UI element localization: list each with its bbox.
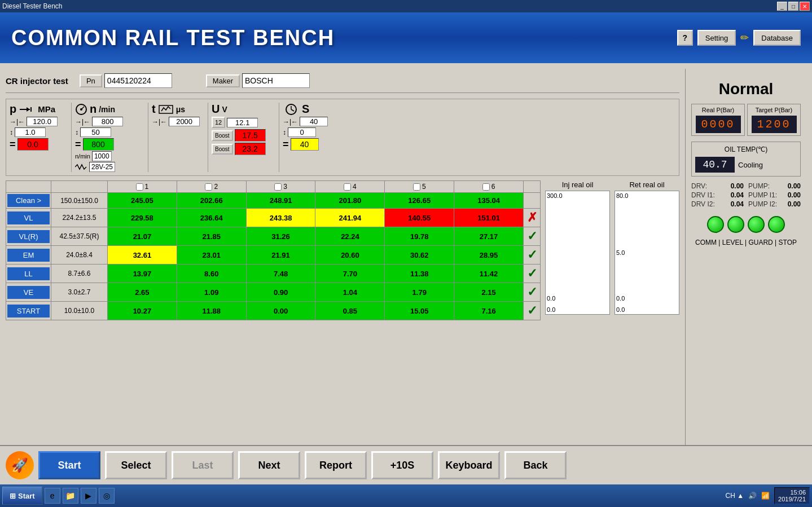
table-row: Clean >150.0±150.0245.05202.66248.91201.…	[6, 193, 541, 209]
pressure-displays: Real P(Bar) 0000 Target P(Bar) 1200	[691, 104, 801, 136]
rpm-nmin-label: n/min	[75, 153, 90, 160]
pressure-eq: =	[10, 139, 16, 151]
table-row: LL8.7±6.613.978.607.487.7011.3811.42✓	[6, 264, 541, 283]
row-label-btn[interactable]: EM	[7, 249, 50, 262]
data-cell: 245.05	[108, 193, 177, 209]
voltage-val1[interactable]	[227, 118, 258, 127]
maximize-btn[interactable]: □	[788, 2, 798, 11]
pump-value: 0.00	[788, 182, 801, 190]
row-range: 8.7±6.6	[51, 264, 108, 283]
pressure-arrow1: →|←	[10, 118, 25, 126]
checkbox-1[interactable]	[136, 183, 143, 191]
last-button[interactable]: Last	[172, 451, 234, 479]
col-header-2: 2	[177, 181, 246, 193]
time-symbol: t	[152, 103, 156, 116]
start-button[interactable]: Start	[38, 451, 100, 479]
data-cell: 151.01	[454, 209, 524, 227]
ie-icon[interactable]: e	[45, 488, 60, 504]
voltage-symbol: U	[212, 103, 220, 116]
rpm-symbol: n	[90, 103, 96, 116]
row-label-btn[interactable]: START	[7, 305, 50, 318]
info-bar: CR injector test Pn Maker	[6, 69, 679, 93]
status-cell	[524, 193, 541, 209]
data-cell: 21.07	[108, 227, 177, 246]
row-label-btn[interactable]: VE	[7, 286, 50, 299]
database-button[interactable]: Database	[753, 30, 801, 46]
data-cell: 32.61	[108, 246, 177, 264]
maker-button[interactable]: Maker	[206, 74, 240, 87]
pressure-symbol: p	[10, 103, 16, 116]
drv-value: 0.00	[731, 182, 744, 190]
next-button[interactable]: Next	[238, 451, 300, 479]
pressure-actual: 0.0	[17, 138, 49, 151]
status-cell: ✓	[524, 302, 541, 320]
app-icon[interactable]: ◎	[99, 488, 115, 504]
start-menu-button[interactable]: ⊞ Start	[2, 487, 42, 505]
rpm-val1[interactable]	[92, 117, 123, 126]
checkbox-2[interactable]	[205, 183, 212, 191]
time-val1[interactable]	[169, 117, 200, 126]
rpm-eq: =	[75, 139, 81, 151]
maker-input[interactable]	[242, 73, 310, 88]
taskbar: ⊞ Start e 📁 ▶ ◎ CH ▲ 🔊 📶 15:06 2019/7/21	[0, 484, 812, 507]
data-cell: 8.60	[177, 264, 246, 283]
setting-button[interactable]: Setting	[697, 30, 736, 46]
media-icon[interactable]: ▶	[81, 488, 96, 504]
pump-label: PUMP:	[748, 182, 770, 190]
folder-icon[interactable]: 📁	[63, 488, 78, 504]
pressure-block: p MPa →|← ↕ =	[10, 103, 72, 172]
status-cell: ✗	[524, 209, 541, 227]
s-val1[interactable]	[300, 117, 328, 126]
back-button[interactable]: Back	[504, 451, 567, 479]
status-cell: ✓	[524, 227, 541, 246]
guard-indicator	[748, 216, 765, 233]
help-button[interactable]: ?	[677, 30, 693, 46]
data-cell: 236.64	[177, 209, 246, 227]
checkbox-6[interactable]	[482, 183, 490, 191]
time-icon	[158, 103, 174, 116]
data-cell: 0.00	[246, 302, 315, 320]
close-btn[interactable]: ✕	[800, 2, 810, 11]
comm-indicator	[707, 216, 724, 233]
cooling-label: Cooling	[738, 161, 763, 169]
drv-i1-label: DRV I1:	[691, 191, 715, 199]
rpm-actual: 800	[83, 138, 114, 151]
pn-input[interactable]	[104, 73, 172, 88]
inj-chart-area: 300.0 0.0 0.0	[545, 191, 610, 315]
row-label-btn[interactable]: LL	[7, 267, 50, 280]
rpm-val2[interactable]	[80, 127, 111, 137]
row-range: 42.5±37.5(R)	[51, 227, 108, 246]
pn-button[interactable]: Pn	[80, 74, 102, 87]
s-block: S →|← ↕ = 40	[283, 103, 345, 172]
data-cell: 7.16	[454, 302, 524, 320]
row-label-btn[interactable]: Clean >	[7, 194, 50, 207]
data-cell: 202.66	[177, 193, 246, 209]
pressure-val1[interactable]	[27, 117, 58, 126]
keyboard-button[interactable]: Keyboard	[438, 451, 500, 479]
taskbar-right: CH ▲ 🔊 📶 15:06 2019/7/21	[726, 487, 810, 504]
pressure-val2[interactable]	[15, 127, 46, 137]
select-button[interactable]: Select	[105, 451, 167, 479]
report-button[interactable]: Report	[305, 451, 367, 479]
s-val2[interactable]	[288, 127, 316, 137]
data-cell: 243.38	[246, 209, 315, 227]
checkbox-3[interactable]	[274, 183, 282, 191]
time-unit: μs	[176, 105, 185, 114]
voltage-display-icon: 12	[212, 117, 225, 128]
checkbox-5[interactable]	[413, 183, 420, 191]
row-label-btn[interactable]: VL	[7, 211, 50, 224]
data-cell: 23.01	[177, 246, 246, 264]
minimize-btn[interactable]: _	[777, 2, 787, 11]
col-header-3: 3	[246, 181, 315, 193]
plus10s-button[interactable]: +10S	[371, 451, 433, 479]
pressure-arrow2: ↕	[10, 129, 13, 136]
window-title: Diesel Tester Bench	[2, 2, 63, 10]
status-cell: ✓	[524, 283, 541, 302]
checkbox-4[interactable]	[344, 183, 351, 191]
oil-temp-value: 40.7	[695, 157, 735, 173]
row-label-btn[interactable]: VL(R)	[7, 230, 50, 243]
ret-x-left: 0.0	[616, 306, 625, 313]
data-cell: 229.58	[108, 209, 177, 227]
data-cell: 1.79	[385, 283, 454, 302]
col-header-1: 1	[108, 181, 177, 193]
